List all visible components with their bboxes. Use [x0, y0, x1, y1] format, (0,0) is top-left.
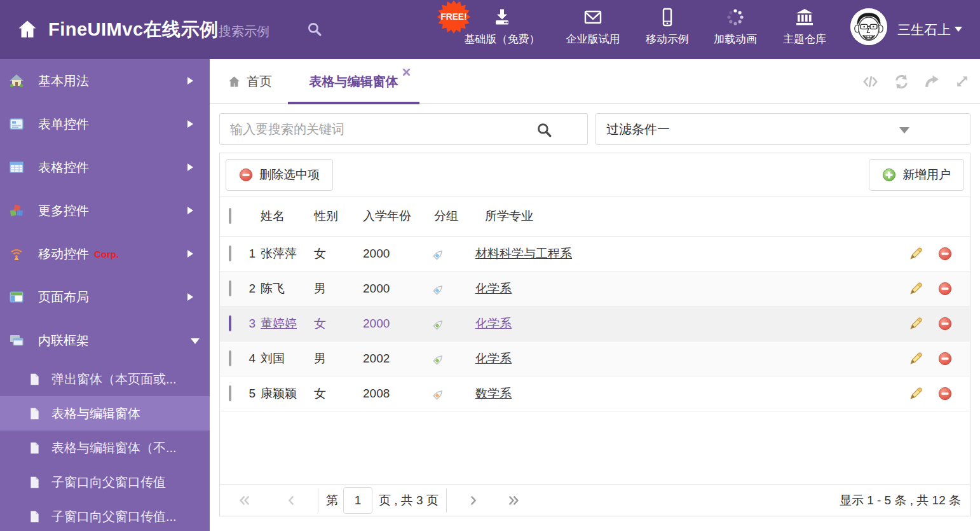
table-row-selected[interactable]: 3 董婷婷 女 2000 化学系 — [220, 307, 970, 341]
sidebar-subitem-grid-edit-window-2[interactable]: 表格与编辑窗体（不... — [0, 431, 210, 465]
edit-icon[interactable] — [909, 282, 923, 296]
bank-icon — [757, 7, 852, 27]
delete-selected-button[interactable]: 删除选中项 — [226, 159, 333, 191]
page-prefix: 第 — [326, 492, 338, 509]
first-page-icon[interactable] — [238, 493, 252, 507]
major-link[interactable]: 化学系 — [475, 282, 512, 295]
header-search-icon[interactable] — [306, 21, 322, 37]
col-header-major[interactable]: 所学专业 — [474, 208, 894, 224]
col-header-gender[interactable]: 性别 — [311, 208, 362, 224]
sidebar-item-form-controls[interactable]: 表单控件 — [0, 102, 210, 146]
tab-grid-edit-window[interactable]: 表格与编辑窗体 — [288, 59, 419, 104]
home-tab-icon — [228, 75, 241, 88]
select-all-checkbox[interactable] — [229, 208, 231, 224]
sidebar-item-iframe[interactable]: 内联框架 — [0, 319, 210, 362]
signal-icon — [9, 246, 24, 261]
keyword-search-input[interactable] — [219, 113, 588, 145]
sidebar-item-basic-usage[interactable]: 基本用法 — [0, 59, 210, 102]
tab-close-icon[interactable] — [402, 68, 411, 76]
row-checkbox[interactable] — [229, 245, 231, 261]
pagination-bar: 第 页 , 共 3 页 显示 1 - 5 条 , 共 12 条 — [220, 484, 970, 516]
delete-icon[interactable] — [938, 247, 952, 261]
share-icon[interactable] — [924, 74, 940, 90]
edit-icon[interactable] — [909, 247, 923, 261]
col-header-year[interactable]: 入学年份 — [362, 208, 428, 224]
chevron-right-icon — [187, 250, 197, 258]
sidebar-subitem-popup-window[interactable]: 弹出窗体（本页面或... — [0, 362, 210, 396]
prev-page-icon[interactable] — [285, 493, 299, 507]
edit-icon[interactable] — [909, 352, 923, 366]
download-icon — [454, 7, 550, 27]
page-icon — [28, 373, 41, 386]
nav-item-basic-free[interactable]: 基础版（免费） — [454, 7, 550, 46]
main-content: 首页 表格与编辑窗体 过滤条件一 删除选中项 新增用户 — [210, 59, 980, 531]
sidebar-subitem-child-to-parent-2[interactable]: 子窗口向父窗口传值... — [0, 499, 210, 531]
nav-item-theme-repo[interactable]: 主题仓库 — [757, 7, 852, 46]
filter-dropdown[interactable]: 过滤条件一 — [595, 113, 970, 145]
tag-icon — [432, 352, 446, 366]
refresh-icon[interactable] — [894, 74, 909, 90]
table-row[interactable]: 2 陈飞 男 2000 化学系 — [220, 272, 970, 307]
table-row[interactable]: 4 刘国 男 2002 化学系 — [220, 341, 970, 376]
row-checkbox[interactable] — [229, 350, 231, 366]
cell-name: 张萍萍 — [255, 245, 311, 262]
home-icon[interactable] — [17, 18, 38, 40]
cell-year: 2000 — [362, 282, 428, 296]
user-menu-caret-icon[interactable] — [955, 27, 962, 36]
delete-icon[interactable] — [938, 352, 952, 366]
sidebar-item-mobile-controls[interactable]: 移动控件 Corp. — [0, 232, 210, 275]
tag-icon — [432, 282, 446, 296]
sidebar: 基本用法 表单控件 表格控件 更多控件 移动控件 Corp. 页面布局 内联框架… — [0, 59, 210, 531]
delete-icon[interactable] — [938, 387, 952, 401]
page-number-input[interactable] — [343, 487, 372, 514]
source-code-icon[interactable] — [862, 73, 879, 90]
delete-icon[interactable] — [938, 282, 952, 296]
col-header-name[interactable]: 姓名 — [255, 208, 311, 224]
row-checkbox[interactable] — [229, 385, 231, 401]
sidebar-item-grid-controls[interactable]: 表格控件 — [0, 146, 210, 189]
major-link[interactable]: 化学系 — [475, 317, 512, 330]
row-number: 3 — [243, 317, 255, 331]
tab-bar: 首页 表格与编辑窗体 — [210, 59, 980, 104]
sidebar-item-more-controls[interactable]: 更多控件 — [0, 189, 210, 232]
cell-gender: 男 — [311, 280, 362, 297]
keyword-search-icon[interactable] — [536, 121, 552, 138]
page-icon — [28, 510, 41, 523]
tab-home[interactable]: 首页 — [228, 59, 272, 104]
expand-icon[interactable] — [955, 74, 970, 89]
row-checkbox[interactable] — [229, 315, 231, 331]
divider — [446, 488, 447, 513]
cubes-icon — [9, 203, 24, 218]
major-link[interactable]: 化学系 — [475, 352, 512, 365]
username[interactable]: 三生石上 — [897, 21, 951, 39]
edit-icon[interactable] — [909, 317, 923, 331]
major-link[interactable]: 材料科学与工程系 — [475, 247, 572, 260]
add-user-button[interactable]: 新增用户 — [869, 159, 964, 191]
tab-toolbar — [862, 59, 970, 104]
minus-circle-icon — [239, 168, 253, 182]
next-page-icon[interactable] — [466, 493, 480, 507]
chevron-right-icon — [187, 163, 197, 171]
header-search-input[interactable]: 搜索示例 — [219, 23, 269, 40]
avatar[interactable] — [850, 8, 887, 45]
last-page-icon[interactable] — [507, 493, 521, 507]
row-checkbox[interactable] — [229, 280, 231, 296]
edit-icon[interactable] — [909, 387, 923, 401]
cell-name: 康颖颖 — [255, 385, 311, 402]
app-title: FineUIMvc在线示例 — [48, 17, 219, 43]
sidebar-subitem-child-to-parent[interactable]: 子窗口向父窗口传值 — [0, 465, 210, 499]
major-link[interactable]: 数学系 — [475, 387, 512, 400]
tag-icon — [432, 247, 446, 261]
active-tab-underline — [288, 102, 419, 104]
filter-dropdown-value: 过滤条件一 — [606, 121, 670, 138]
cell-gender: 女 — [311, 315, 362, 332]
tag-icon — [432, 317, 446, 331]
delete-icon[interactable] — [938, 317, 952, 331]
cell-name[interactable]: 董婷婷 — [261, 317, 297, 330]
col-header-group[interactable]: 分组 — [428, 208, 474, 224]
table-row[interactable]: 5 康颖颖 女 2008 数学系 — [220, 376, 970, 411]
sidebar-item-page-layout[interactable]: 页面布局 — [0, 275, 210, 319]
sidebar-subitem-grid-edit-window[interactable]: 表格与编辑窗体 — [0, 396, 210, 431]
page-icon — [28, 407, 41, 420]
table-row[interactable]: 1 张萍萍 女 2000 材料科学与工程系 — [220, 237, 970, 272]
